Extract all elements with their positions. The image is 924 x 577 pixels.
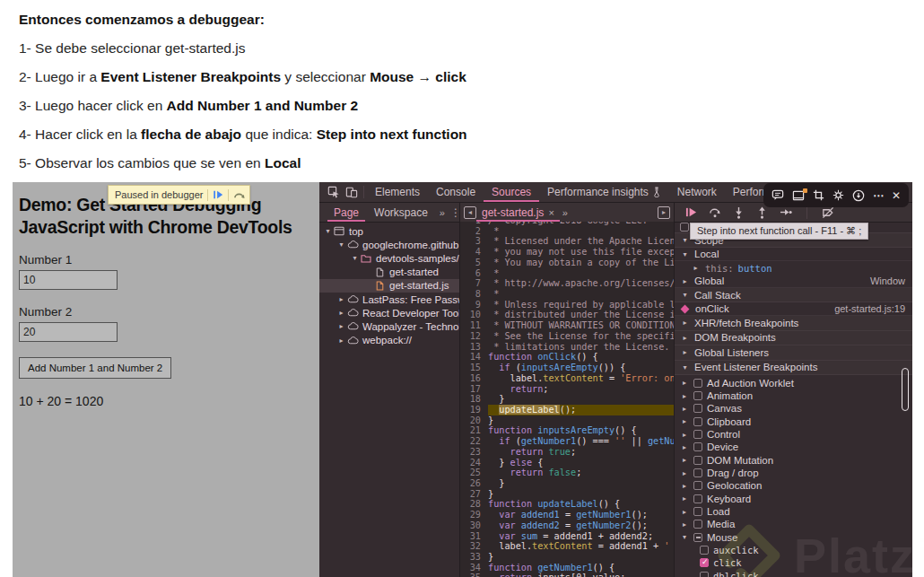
line-number[interactable]: 22	[460, 436, 488, 447]
tree-item-devtools-samples-debug-[interactable]: ▾devtools-samples/debug-	[319, 251, 459, 265]
code-line[interactable]: 11 * WITHOUT WARRANTIES OR CONDITIONS O	[460, 320, 674, 331]
tree-item-wappalyzer-technology-pr[interactable]: ▸Wappalyzer - Technology pr	[319, 319, 459, 333]
code-line[interactable]: 24 } else {	[460, 458, 674, 468]
caret-open-icon[interactable]: ▾	[680, 533, 689, 541]
show-debugger-panel-icon[interactable]: ▸	[658, 206, 670, 219]
event-category-keyboard[interactable]: ▸Keyboard	[675, 493, 912, 505]
caret-closed-icon[interactable]: ▸	[680, 443, 689, 451]
code-line[interactable]: 29 var addend1 = getNumber1();	[460, 510, 674, 520]
line-number[interactable]: 26	[460, 478, 488, 489]
crop-icon[interactable]	[813, 189, 824, 201]
number1-input[interactable]	[19, 270, 118, 290]
tree-item-lastpass-free-password-ma[interactable]: ▸LastPass: Free Password Ma	[319, 293, 459, 306]
event-category-clipboard[interactable]: ▸Clipboard	[675, 415, 912, 428]
event-category-device[interactable]: ▸Device	[675, 441, 912, 453]
caret-closed-icon[interactable]: ▸	[680, 405, 689, 413]
line-number[interactable]: 16	[460, 373, 488, 384]
checkbox-dblclick[interactable]	[700, 572, 709, 577]
event-listener-breakpoints-header[interactable]: ▾ Event Listener Breakpoints	[675, 361, 912, 375]
pause-on-exceptions-checkbox[interactable]	[680, 223, 689, 232]
line-number[interactable]: 6	[460, 268, 488, 279]
caret-closed-icon[interactable]: ▸	[680, 456, 689, 464]
line-number[interactable]: 9	[460, 300, 488, 310]
scope-local-row[interactable]: ▾ Local	[675, 248, 912, 261]
inspect-element-icon[interactable]	[325, 183, 343, 201]
scope-global-row[interactable]: ▸ Global Window	[675, 275, 912, 288]
deactivate-breakpoints-icon[interactable]	[822, 206, 834, 219]
line-number[interactable]: 34	[460, 563, 488, 573]
code-line[interactable]: 3 * Licensed under the Apache License,	[460, 236, 674, 247]
checkbox-device[interactable]	[693, 442, 702, 451]
code-line[interactable]: 10 * distributed under the License is d	[460, 310, 674, 320]
code-line[interactable]: 34function getNumber1() {	[460, 563, 674, 573]
code-line[interactable]: 33}	[460, 552, 674, 563]
gear-icon[interactable]	[832, 189, 844, 201]
step-into-icon[interactable]	[733, 206, 745, 219]
line-number[interactable]: 31	[460, 531, 488, 542]
resume-script-icon[interactable]	[213, 189, 223, 200]
checkbox-clipboard[interactable]	[693, 417, 702, 426]
tree-item-webpack-[interactable]: ▸webpack://	[319, 334, 459, 347]
code-line[interactable]: 6 *	[460, 268, 674, 279]
code-line-paused[interactable]: 19 updateLabel();	[460, 405, 674, 415]
line-number[interactable]: 18	[460, 394, 488, 405]
line-number[interactable]: 12	[460, 331, 488, 342]
event-category-auxclick[interactable]: auxclick	[675, 544, 912, 556]
tab-elements[interactable]: Elements	[367, 183, 428, 202]
line-number[interactable]: 29	[460, 510, 488, 520]
code-line[interactable]: 30 var addend2 = getNumber2();	[460, 520, 674, 531]
line-number[interactable]: 25	[460, 468, 488, 478]
callstack-section-header[interactable]: ▾ Call Stack	[675, 288, 912, 302]
code-line[interactable]: 9 * Unless required by applicable law	[460, 300, 674, 310]
event-category-control[interactable]: ▸Control	[675, 428, 912, 441]
hide-navigator-icon[interactable]: ◂	[464, 206, 476, 219]
caret-closed-icon[interactable]: ▸	[680, 469, 689, 477]
line-number[interactable]: 13	[460, 342, 488, 353]
event-category-click[interactable]: click	[675, 556, 912, 569]
checkbox-control[interactable]	[693, 430, 702, 439]
caret-closed-icon[interactable]: ▸	[680, 520, 689, 529]
caret-closed-icon[interactable]: ▸	[680, 431, 689, 439]
line-number[interactable]: 19	[460, 405, 488, 415]
close-icon[interactable]: ✕	[892, 189, 901, 202]
event-category-canvas[interactable]: ▸Canvas	[675, 402, 912, 415]
caret-closed-icon[interactable]: ▸	[680, 379, 689, 387]
code-line[interactable]: 2 *	[460, 226, 674, 237]
more-tabs-chevron[interactable]: »	[437, 207, 448, 218]
event-category-geolocation[interactable]: ▸Geolocation	[675, 479, 912, 492]
line-number[interactable]: 14	[460, 352, 488, 363]
tab-console[interactable]: Console	[428, 183, 484, 202]
number2-input[interactable]	[19, 322, 118, 342]
line-number[interactable]: 11	[460, 320, 488, 331]
close-tab-icon[interactable]: ×	[548, 204, 554, 222]
line-number[interactable]: 23	[460, 447, 488, 458]
line-number[interactable]: 5	[460, 258, 488, 268]
event-category-media[interactable]: ▸Media	[675, 518, 912, 530]
line-number[interactable]: 28	[460, 499, 488, 510]
code-editor[interactable]: 1/* Copyright 2018 Google LLC.2 *3 * Lic…	[460, 222, 675, 577]
tree-item-react-developer-tools[interactable]: ▸React Developer Tools	[319, 306, 459, 319]
tab-network[interactable]: Network	[669, 183, 725, 202]
line-number[interactable]: 24	[460, 458, 488, 468]
tab-sources[interactable]: Sources	[484, 183, 539, 202]
step-out-icon[interactable]	[756, 206, 768, 219]
line-number[interactable]: 20	[460, 415, 488, 426]
caret-closed-icon[interactable]: ▸	[680, 494, 689, 503]
code-line[interactable]: 14function onClick() {	[460, 352, 674, 363]
event-category-animation[interactable]: ▸Animation	[675, 389, 912, 402]
code-line[interactable]: 35 return inputs[0].value;	[460, 573, 674, 577]
checkbox-geolocation[interactable]	[693, 481, 702, 490]
checkbox-drag-drop[interactable]	[693, 468, 702, 477]
code-line[interactable]: 5 * You may obtain a copy of the Licen	[460, 258, 674, 268]
line-number[interactable]: 30	[460, 520, 488, 531]
code-line[interactable]: 8 *	[460, 289, 674, 300]
checkbox-media[interactable]	[693, 520, 702, 529]
code-line[interactable]: 4 * you may not use this file except i	[460, 247, 674, 258]
step-icon[interactable]	[780, 206, 792, 218]
more-options-icon[interactable]: ⋯	[873, 189, 884, 202]
scrollbar-thumb[interactable]	[902, 368, 909, 411]
code-line[interactable]: 27}	[460, 489, 674, 500]
checkbox-animation[interactable]	[693, 391, 702, 400]
code-line[interactable]: 22 if (getNumber1() === '' || getNumbe	[460, 436, 674, 447]
scope-this-row[interactable]: ▸ this: button	[675, 261, 912, 275]
